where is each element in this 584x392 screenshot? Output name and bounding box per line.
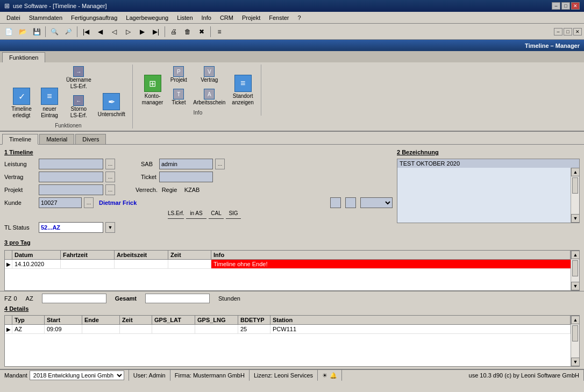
menu-datei[interactable]: Datei <box>2 13 25 22</box>
tb-new[interactable]: 📄 <box>2 25 15 38</box>
tab-timeline[interactable]: Timeline <box>2 134 38 145</box>
menu-projekt[interactable]: Projekt <box>238 13 265 22</box>
ls-erf-sublabel: LS.Erf. <box>168 210 184 216</box>
details-scroll-down[interactable]: ▼ <box>571 358 580 366</box>
tb-prev2[interactable]: ◁ <box>108 25 120 38</box>
minimize-button[interactable]: – <box>552 2 560 10</box>
verrech-label: Verrech. <box>136 187 157 193</box>
timeline-erledigt-button[interactable]: ✓ Timelineerledigt <box>9 85 34 120</box>
tb-last[interactable]: ▶| <box>149 25 162 38</box>
ticket-input[interactable] <box>159 172 213 182</box>
form-tabs: Timeline Material Divers <box>0 132 584 145</box>
vertrag-input[interactable] <box>39 172 103 182</box>
tb-open[interactable]: 📂 <box>16 25 29 38</box>
ls-erf-check[interactable] <box>330 197 341 208</box>
tab-divers[interactable]: Divers <box>75 134 106 144</box>
storno-ls-erf-button[interactable]: ← StornoLS-Erf. <box>65 94 93 120</box>
tb-save[interactable]: 💾 <box>30 25 43 38</box>
row-info-error: Timeline ohne Ende! <box>211 260 571 268</box>
det-header-bdetyp: BDETYP <box>238 316 270 324</box>
tb-next2[interactable]: ▶ <box>136 25 148 38</box>
kunde-browse[interactable]: … <box>84 197 94 208</box>
unterschrift-label: Unterschrift <box>98 111 125 118</box>
bezeichnung-textarea[interactable] <box>397 168 571 223</box>
sig-line <box>226 218 241 219</box>
tb-more[interactable]: ≡ <box>213 25 226 38</box>
tb-cancel[interactable]: ✖ <box>195 25 208 38</box>
kzab-label: KZAB <box>182 187 202 193</box>
neuer-eintrag-button[interactable]: ≡ neuerEintrag <box>37 85 62 120</box>
menu-fenster[interactable]: Fenster <box>265 13 293 22</box>
leistung-input[interactable] <box>39 159 103 169</box>
bezeichnung-scroll-down[interactable]: ▼ <box>571 214 580 223</box>
row-zeit <box>168 260 211 268</box>
protag-scroll-down[interactable]: ▼ <box>571 282 580 290</box>
header-zeit: Zeit <box>168 251 211 259</box>
leistung-browse[interactable]: … <box>105 159 115 169</box>
tl-status-input[interactable] <box>39 222 103 233</box>
standort-anzeigen-button[interactable]: ≡ Standortanzeigen <box>229 72 257 108</box>
vertrag-button[interactable]: V Vertrag <box>191 65 227 85</box>
kzab-select[interactable] <box>360 197 393 208</box>
details-scroll-up[interactable]: ▲ <box>571 316 580 324</box>
konto-manager-button[interactable]: ⊞ Konto-manager <box>139 72 166 108</box>
menu-fertigungsauftrag[interactable]: Fertigungsauftrag <box>67 13 122 22</box>
unterschrift-button[interactable]: ✒ Unterschrift <box>95 90 128 120</box>
tb-first[interactable]: |◀ <box>80 25 92 38</box>
details-section: 4 Details Typ Start Ende Zeit GPS_LAT GP… <box>4 305 580 367</box>
menu-lagerbewegung[interactable]: Lagerbewegung <box>122 13 173 22</box>
tb-print[interactable]: 🖨 <box>167 25 180 38</box>
inner-maximize-button[interactable]: □ <box>564 28 572 35</box>
gesamt-input[interactable] <box>145 294 210 303</box>
pro-tag-row[interactable]: ▶ 14.10.2020 Timeline ohne Ende! <box>5 260 571 269</box>
arbeitsschein-button[interactable]: A Arbeitsschein <box>191 87 227 108</box>
form-content: 1 Timeline Leistung … SAB … Vertrag … Ti… <box>0 145 584 239</box>
ubername-label: ÜbernameLS-Erf. <box>66 77 91 90</box>
mandant-select[interactable]: 2018 Entwicklung Leoni Gmbh <box>30 370 124 380</box>
tb-search2[interactable]: 🔎 <box>62 25 75 38</box>
stunden-label: Stunden <box>218 295 240 302</box>
inner-close-button[interactable]: ✕ <box>573 28 582 35</box>
tab-material[interactable]: Material <box>39 134 74 144</box>
pro-tag-grid: Datum Fahrtzeit Arbeitszeit Zeit Info ▶ … <box>4 250 580 291</box>
close-button[interactable]: ✕ <box>571 2 580 10</box>
leistung-row: Leistung … SAB … <box>4 159 393 169</box>
kunde-input[interactable] <box>39 197 82 208</box>
menu-listen[interactable]: Listen <box>173 13 197 22</box>
tl-status-dropdown[interactable]: ▼ <box>105 222 115 233</box>
pro-tag-section: 3 pro Tag Datum Fahrtzeit Arbeitszeit Ze… <box>4 239 580 291</box>
header-arrow-spacer <box>5 251 12 259</box>
sab-input[interactable] <box>159 159 213 169</box>
bezeichnung-scroll-up[interactable]: ▲ <box>571 168 580 176</box>
ribbon-group-info: ⊞ Konto-manager P Projekt T Ticket V <box>135 65 261 116</box>
section1-title: 1 Timeline <box>4 149 393 155</box>
menu-stammdaten[interactable]: Stammdaten <box>25 13 67 22</box>
ubername-ls-erf-button[interactable]: → ÜbernameLS-Erf. <box>65 65 93 91</box>
details-row[interactable]: ▶ AZ 09:09 25 PCW111 <box>5 325 571 334</box>
menu-crm[interactable]: CRM <box>216 13 238 22</box>
maximize-button[interactable]: □ <box>561 2 570 10</box>
vertrag-browse[interactable]: … <box>105 172 115 182</box>
tb-search[interactable]: 🔍 <box>48 25 61 38</box>
menu-help[interactable]: ? <box>294 13 305 22</box>
header-fahrtzeit: Fahrtzeit <box>61 251 115 259</box>
ticket-button[interactable]: T Ticket <box>168 87 189 108</box>
projekt-browse[interactable]: … <box>105 184 115 195</box>
storno-icon: ← <box>73 95 84 106</box>
konto-manager-label: Konto-manager <box>142 93 163 106</box>
regie-check[interactable] <box>345 197 356 208</box>
inner-minimize-button[interactable]: – <box>554 28 562 35</box>
tb-prev[interactable]: ◀ <box>94 25 106 38</box>
gesamt-label: Gesamt <box>115 295 137 302</box>
protag-scroll-up[interactable]: ▲ <box>571 251 580 259</box>
menu-info[interactable]: Info <box>197 13 216 22</box>
det-row-typ: AZ <box>12 325 45 333</box>
projekt-button[interactable]: P Projekt <box>168 65 189 85</box>
sab-browse[interactable]: … <box>215 159 225 169</box>
projekt-input[interactable] <box>39 184 103 195</box>
tb-delete[interactable]: 🗑 <box>181 25 194 38</box>
ribbon-tab-funktionen[interactable]: Funktionen <box>2 52 45 62</box>
az-input[interactable] <box>42 294 106 303</box>
bezeichnung-value[interactable]: TEST OKTOBER 2020 <box>397 159 579 168</box>
tb-next[interactable]: ▷ <box>122 25 134 38</box>
